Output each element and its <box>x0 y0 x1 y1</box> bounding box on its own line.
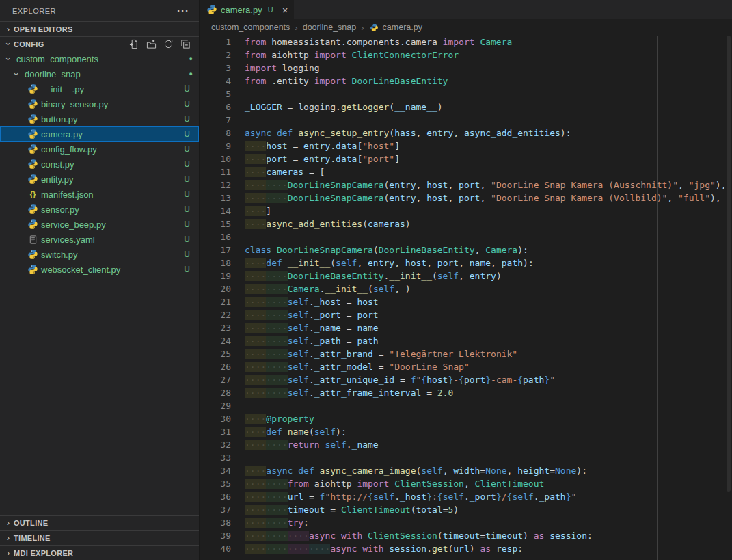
line-number[interactable]: 24 <box>200 334 231 347</box>
line-number[interactable]: 12 <box>200 178 231 191</box>
code-line[interactable]: 35········from aiohttp import ClientSess… <box>200 477 732 490</box>
tree-item--init-py[interactable]: __init__.pyU <box>0 81 199 96</box>
code-line[interactable]: 21········self._host = host <box>200 295 732 308</box>
line-number[interactable]: 17 <box>200 243 231 256</box>
line-number[interactable]: 40 <box>200 542 231 555</box>
tree-item-const-py[interactable]: const.pyU <box>0 157 199 172</box>
code-line[interactable]: 33 <box>200 451 732 464</box>
code-line[interactable]: 20········Camera.__init__(self, ) <box>200 282 732 295</box>
line-number[interactable]: 23 <box>200 321 231 334</box>
open-editors-section[interactable]: › OPEN EDITORS <box>0 21 199 36</box>
new-file-icon[interactable] <box>128 39 139 50</box>
code-line[interactable]: 19········DoorLineBaseEntity.__init__(se… <box>200 269 732 282</box>
code-line[interactable]: 7 <box>200 114 732 126</box>
line-number[interactable]: 15 <box>200 217 231 230</box>
code-line[interactable]: 10····port = entry.data["port"] <box>200 152 732 165</box>
tree-item-service-beep-py[interactable]: service_beep.pyU <box>0 217 199 232</box>
code-line[interactable]: 16 <box>200 230 732 243</box>
line-number[interactable]: 4 <box>200 75 231 88</box>
line-number[interactable]: 32 <box>200 438 231 451</box>
line-number[interactable]: 11 <box>200 165 231 178</box>
code-line[interactable]: 29 <box>200 399 732 412</box>
tree-item-manifest-json[interactable]: {}manifest.jsonU <box>0 187 199 202</box>
code-line[interactable]: 5 <box>200 88 732 101</box>
line-number[interactable]: 25 <box>200 347 231 360</box>
line-number[interactable]: 13 <box>200 191 231 204</box>
code-line[interactable]: 8async def async_setup_entry(hass, entry… <box>200 126 732 139</box>
line-number[interactable]: 5 <box>200 88 231 101</box>
code-line[interactable]: 32········return self._name <box>200 438 732 451</box>
close-icon[interactable]: × <box>282 4 288 16</box>
section-outline[interactable]: ›OUTLINE <box>0 515 199 530</box>
code-line[interactable]: 4from .entity import DoorLineBaseEntity <box>200 75 732 88</box>
code-line[interactable]: 18····def __init__(self, entry, host, po… <box>200 256 732 269</box>
code-line[interactable]: 25········self._attr_brand = "Telegärtne… <box>200 347 732 360</box>
line-number[interactable]: 8 <box>200 126 231 139</box>
tree-item-sensor-py[interactable]: sensor.pyU <box>0 202 199 217</box>
code-line[interactable]: 13········DoorLineSnapCamera(entry, host… <box>200 191 732 204</box>
code-line[interactable]: 2from aiohttp import ClientConnectorErro… <box>200 49 732 62</box>
refresh-icon[interactable] <box>163 39 174 50</box>
line-number[interactable]: 19 <box>200 269 231 282</box>
code-line[interactable]: 39············async with ClientSession(t… <box>200 529 732 542</box>
line-number[interactable]: 16 <box>200 230 231 243</box>
code-line[interactable]: 31····def name(self): <box>200 425 732 438</box>
tree-item-binary-sensor-py[interactable]: binary_sensor.pyU <box>0 96 199 111</box>
line-number[interactable]: 14 <box>200 204 231 217</box>
line-number[interactable]: 28 <box>200 386 231 399</box>
line-number[interactable]: 20 <box>200 282 231 295</box>
line-number[interactable]: 35 <box>200 477 231 490</box>
code-line[interactable]: 1from homeassistant.components.camera im… <box>200 36 732 49</box>
line-number[interactable]: 21 <box>200 295 231 308</box>
section-mdi-explorer[interactable]: ›MDI EXPLORER <box>0 545 199 560</box>
breadcrumb-camera-py[interactable]: camera.py <box>369 22 422 33</box>
line-number[interactable]: 7 <box>200 114 231 126</box>
line-number[interactable]: 1 <box>200 36 231 49</box>
code-line[interactable]: 26········self._attr_model = "DoorLine S… <box>200 360 732 373</box>
line-number[interactable]: 26 <box>200 360 231 373</box>
tree-item-services-yaml[interactable]: services.yamlU <box>0 232 199 247</box>
code-line[interactable]: 40················async with session.get… <box>200 542 732 555</box>
line-number[interactable]: 9 <box>200 139 231 152</box>
line-number[interactable]: 2 <box>200 49 231 62</box>
line-number[interactable]: 37 <box>200 503 231 516</box>
scrollbar-slider[interactable] <box>727 36 731 492</box>
line-number[interactable]: 39 <box>200 529 231 542</box>
code-line[interactable]: 12········DoorLineSnapCamera(entry, host… <box>200 178 732 191</box>
code-line[interactable]: 11····cameras = [ <box>200 165 732 178</box>
tab-camera-py[interactable]: camera.py U × <box>200 0 294 19</box>
breadcrumb-doorline-snap[interactable]: doorline_snap <box>303 23 357 32</box>
line-number[interactable]: 22 <box>200 308 231 321</box>
line-number[interactable]: 6 <box>200 101 231 114</box>
line-number[interactable]: 10 <box>200 152 231 165</box>
section-timeline[interactable]: ›TIMELINE <box>0 530 199 545</box>
code-line[interactable]: 22········self._port = port <box>200 308 732 321</box>
code-line[interactable]: 14····] <box>200 204 732 217</box>
code-line[interactable]: 30····@property <box>200 412 732 425</box>
tree-item-button-py[interactable]: button.pyU <box>0 111 199 126</box>
tree-item-websocket-client-py[interactable]: websocket_client.pyU <box>0 262 199 277</box>
line-number[interactable]: 38 <box>200 516 231 529</box>
tree-item-camera-py[interactable]: camera.pyU <box>0 126 199 142</box>
tree-item-doorline-snap[interactable]: ›doorline_snap● <box>0 66 199 81</box>
collapse-all-icon[interactable] <box>180 39 191 50</box>
breadcrumb-custom-components[interactable]: custom_components <box>211 23 290 32</box>
line-number[interactable]: 30 <box>200 412 231 425</box>
code-line[interactable]: 37········timeout = ClientTimeout(total=… <box>200 503 732 516</box>
code-line[interactable]: 34····async def async_camera_image(self,… <box>200 464 732 477</box>
tree-item-switch-py[interactable]: switch.pyU <box>0 247 199 262</box>
tree-item-config-flow-py[interactable]: config_flow.pyU <box>0 142 199 157</box>
new-folder-icon[interactable] <box>146 39 157 50</box>
code-line[interactable]: 27········self._attr_unique_id = f"{host… <box>200 373 732 386</box>
config-section[interactable]: › CONFIG <box>0 36 199 51</box>
code-line[interactable]: 38········try: <box>200 516 732 529</box>
code-line[interactable]: 6_LOGGER = logging.getLogger(__name__) <box>200 101 732 114</box>
tree-item-custom-components[interactable]: ›custom_components● <box>0 51 199 66</box>
line-number[interactable]: 31 <box>200 425 231 438</box>
code-line[interactable]: 36········url = f"http://{self._host}:{s… <box>200 490 732 503</box>
line-number[interactable]: 36 <box>200 490 231 503</box>
line-number[interactable]: 18 <box>200 256 231 269</box>
code-line[interactable]: 28········self._attr_frame_interval = 2.… <box>200 386 732 399</box>
scrollbar[interactable] <box>725 36 732 560</box>
tree-item-entity-py[interactable]: entity.pyU <box>0 172 199 187</box>
